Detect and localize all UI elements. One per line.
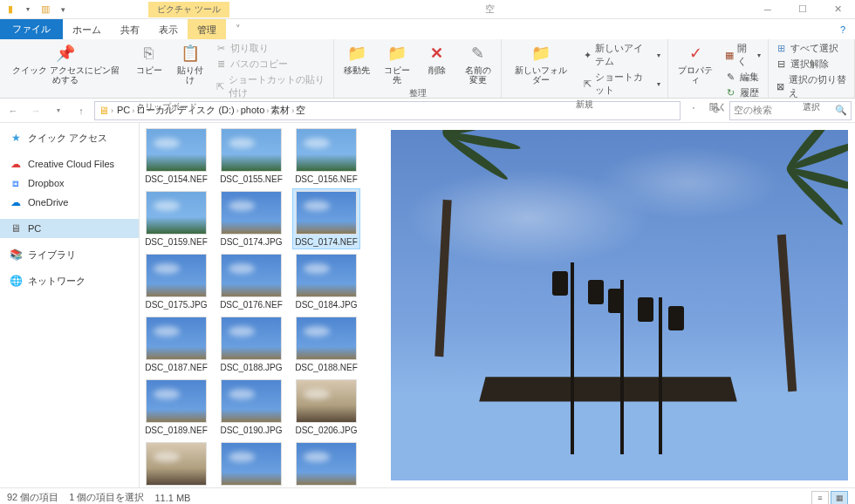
sidebar-item-icon: 📚 bbox=[9, 248, 23, 262]
paste-shortcut-button[interactable]: ⇱ショートカットの貼り付け bbox=[214, 72, 328, 100]
ribbon-expand-icon[interactable]: ˅ bbox=[226, 19, 250, 39]
window-title: 空 bbox=[229, 3, 750, 16]
file-thumbnail[interactable]: DSC_0190.JPG bbox=[218, 378, 284, 437]
move-to-icon: 📁 bbox=[346, 43, 367, 64]
sidebar-item-icon: ★ bbox=[9, 131, 23, 145]
qat-customize-icon[interactable]: ▾ bbox=[56, 3, 70, 17]
file-thumbnail[interactable]: DSC_0188.NEF bbox=[293, 315, 359, 374]
tab-view[interactable]: 表示 bbox=[149, 19, 188, 39]
folder-icon: ▮ bbox=[3, 3, 17, 17]
details-view-button[interactable]: ≡ bbox=[811, 491, 829, 505]
file-name: DSC_0189.NEF bbox=[145, 426, 208, 435]
file-thumbnail[interactable]: DSC_0216.NEF bbox=[293, 440, 359, 487]
help-icon[interactable]: ? bbox=[831, 19, 855, 39]
file-thumbnail[interactable]: DSC_0212.JPG bbox=[218, 440, 284, 487]
file-name: DSC_0188.JPG bbox=[220, 363, 282, 372]
thumbnail-image bbox=[296, 317, 357, 360]
thumbnail-image bbox=[296, 254, 357, 297]
file-thumbnail[interactable]: DSC_0174.NEF bbox=[293, 189, 359, 249]
edit-button[interactable]: ✎編集 bbox=[723, 70, 763, 85]
file-thumbnail[interactable]: DSC_0176.NEF bbox=[218, 252, 284, 311]
sidebar-item[interactable]: ⧈Dropbox bbox=[0, 174, 139, 193]
minimize-button[interactable]: ─ bbox=[750, 0, 785, 19]
copy-button[interactable]: ⎘ コピー bbox=[132, 41, 167, 77]
cut-button[interactable]: ✂切り取り bbox=[214, 41, 328, 56]
tab-share[interactable]: 共有 bbox=[111, 19, 149, 39]
tab-file[interactable]: ファイル bbox=[0, 19, 63, 39]
qat-dropdown-icon[interactable]: ▾ bbox=[21, 3, 35, 17]
sidebar-item-icon: ☁ bbox=[9, 195, 23, 209]
rename-icon: ✎ bbox=[468, 43, 489, 64]
select-none-button[interactable]: ⊟選択解除 bbox=[774, 57, 849, 72]
thumbnail-image bbox=[221, 442, 282, 486]
thumbnails-view-button[interactable]: ▦ bbox=[831, 491, 848, 505]
status-bar: 92 個の項目 1 個の項目を選択 11.1 MB ≡ ▦ bbox=[0, 487, 855, 504]
ribbon-group-open: ✓ プロパティ ▦開く▾ ✎編集 ↻履歴 開く bbox=[668, 39, 769, 98]
rename-button[interactable]: ✎ 名前の変更 bbox=[460, 41, 496, 86]
contextual-tab-group: ピクチャ ツール bbox=[148, 2, 229, 17]
properties-button[interactable]: ✓ プロパティ bbox=[674, 41, 718, 86]
sidebar-item[interactable]: 🌐ネットワーク bbox=[0, 271, 139, 290]
sidebar-item-label: クイック アクセス bbox=[28, 132, 107, 145]
thumbnail-image bbox=[146, 442, 207, 486]
file-thumbnail[interactable]: DSC_0174.JPG bbox=[218, 189, 284, 249]
new-folder-button[interactable]: 📁 新しいフォルダー bbox=[507, 41, 575, 86]
file-thumbnail[interactable]: DSC_0159.NEF bbox=[143, 189, 209, 249]
invert-selection-button[interactable]: ⊠選択の切り替え bbox=[774, 72, 849, 100]
file-thumbnail[interactable]: DSC_0188.JPG bbox=[218, 315, 284, 374]
new-item-button[interactable]: ✦新しいアイテム▾ bbox=[580, 41, 661, 69]
sidebar-item[interactable]: ☁Creative Cloud Files bbox=[0, 154, 139, 174]
open-icon: ▦ bbox=[725, 49, 735, 61]
select-none-icon: ⊟ bbox=[776, 58, 788, 71]
pin-icon: 📌 bbox=[55, 43, 76, 64]
file-thumbnail[interactable]: DSC_0207.JPG bbox=[143, 440, 209, 487]
file-thumbnail[interactable]: DSC_0184.JPG bbox=[293, 252, 359, 311]
view-mode-toggle: ≡ ▦ bbox=[811, 491, 848, 505]
file-name: DSC_0206.JPG bbox=[295, 426, 357, 435]
properties-icon: ✓ bbox=[685, 43, 706, 64]
tab-manage[interactable]: 管理 bbox=[188, 19, 226, 39]
status-selected-count: 1 個の項目を選択 bbox=[69, 491, 144, 504]
file-thumbnail[interactable]: DSC_0156.NEF bbox=[293, 126, 359, 186]
delete-button[interactable]: ✕ 削除 bbox=[420, 41, 455, 77]
path-icon: ≣ bbox=[215, 58, 228, 71]
pin-to-quick-access-button[interactable]: 📌 クイック アクセスにピン留めする bbox=[5, 41, 127, 86]
shortcut-icon: ⇱ bbox=[582, 78, 592, 90]
file-thumbnail[interactable]: DSC_0155.NEF bbox=[218, 126, 284, 186]
select-all-button[interactable]: ⊞すべて選択 bbox=[774, 41, 849, 56]
file-thumbnail[interactable]: DSC_0187.NEF bbox=[143, 315, 209, 374]
status-item-count: 92 個の項目 bbox=[7, 491, 58, 504]
sidebar-item[interactable]: 📚ライブラリ bbox=[0, 245, 139, 264]
sidebar-item[interactable]: ★クイック アクセス bbox=[0, 128, 139, 147]
file-thumbnail[interactable]: DSC_0175.JPG bbox=[143, 252, 209, 311]
file-name: DSC_0176.NEF bbox=[220, 300, 283, 310]
maximize-button[interactable]: ☐ bbox=[785, 0, 820, 19]
sidebar-item-icon: ☁ bbox=[9, 157, 23, 171]
paste-button[interactable]: 📋 貼り付け bbox=[172, 41, 209, 86]
ribbon-group-label: 整理 bbox=[339, 86, 496, 100]
thumbnail-image bbox=[146, 254, 207, 297]
new-shortcut-button[interactable]: ⇱ショートカット▾ bbox=[580, 70, 661, 98]
thumbnail-image bbox=[221, 379, 282, 423]
open-button[interactable]: ▦開く▾ bbox=[723, 41, 763, 69]
file-name: DSC_0174.NEF bbox=[295, 237, 358, 247]
file-thumbnail[interactable]: DSC_0189.NEF bbox=[143, 378, 209, 437]
title-bar: ▮ ▾ ▥ ▾ ピクチャ ツール 空 ─ ☐ ✕ bbox=[0, 0, 855, 19]
copy-to-icon: 📁 bbox=[386, 43, 407, 64]
sidebar-item[interactable]: 🖥PC bbox=[0, 219, 139, 238]
file-thumbnail[interactable]: DSC_0206.JPG bbox=[293, 378, 359, 437]
history-button[interactable]: ↻履歴 bbox=[723, 85, 763, 100]
sidebar-item[interactable]: ☁OneDrive bbox=[0, 193, 139, 212]
file-thumbnail[interactable]: DSC_0154.NEF bbox=[143, 126, 209, 186]
properties-qat-icon[interactable]: ▥ bbox=[38, 3, 52, 17]
file-list[interactable]: DSC_0154.NEFDSC_0155.NEFDSC_0156.NEFDSC_… bbox=[140, 123, 384, 487]
copy-to-button[interactable]: 📁 コピー先 bbox=[380, 41, 414, 86]
close-button[interactable]: ✕ bbox=[820, 0, 855, 19]
copy-icon: ⎘ bbox=[139, 43, 160, 64]
move-to-button[interactable]: 📁 移動先 bbox=[339, 41, 374, 77]
ribbon-group-label: 選択 bbox=[774, 100, 849, 114]
thumbnail-image bbox=[146, 379, 207, 423]
file-name: DSC_0188.NEF bbox=[295, 363, 358, 372]
copy-path-button[interactable]: ≣パスのコピー bbox=[214, 57, 328, 72]
tab-home[interactable]: ホーム bbox=[63, 19, 111, 39]
